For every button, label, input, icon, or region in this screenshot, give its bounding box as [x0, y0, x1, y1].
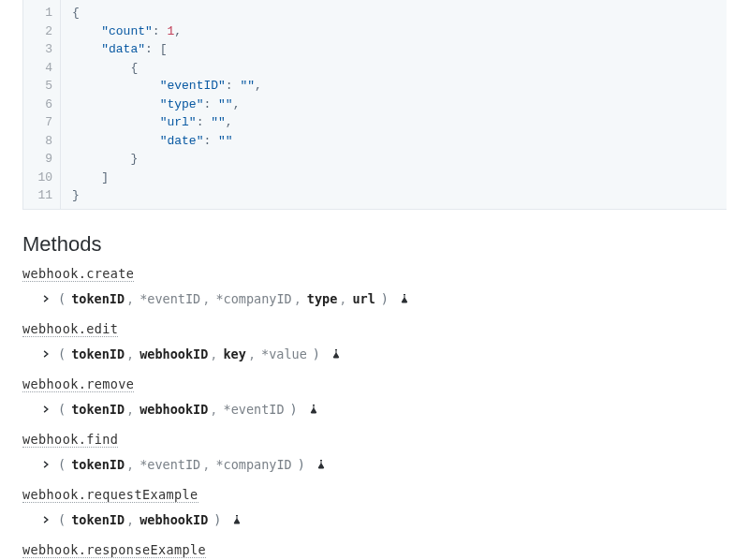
method-name-link[interactable]: webhook.remove	[22, 376, 134, 392]
code-line: }	[72, 186, 262, 205]
code-line: {	[72, 4, 262, 22]
code-line: "url": "",	[72, 113, 262, 132]
optional-star: *	[215, 457, 223, 472]
chevron-right-icon[interactable]	[39, 513, 52, 526]
method: webhook.edit(tokenID, webhookID, key, *v…	[22, 321, 727, 371]
code-body: { "count": 1, "data": [ { "eventID": "",…	[61, 0, 273, 209]
code-line: "type": "",	[72, 96, 262, 114]
chevron-right-icon[interactable]	[39, 458, 52, 471]
method-signature: (tokenID, *eventID, *companyID)	[22, 453, 727, 481]
method: webhook.remove(tokenID, webhookID, *even…	[22, 376, 727, 426]
methods-list: webhook.create(tokenID, *eventID, *compa…	[22, 266, 727, 561]
line-number: 1	[31, 4, 52, 22]
param-optional: *companyID	[215, 291, 291, 306]
paren-open: (	[54, 457, 69, 472]
method: webhook.find(tokenID, *eventID, *company…	[22, 432, 727, 481]
param-separator: ,	[339, 291, 350, 306]
code-line: "data": [	[72, 40, 262, 59]
param-separator: ,	[202, 291, 213, 306]
param-separator: ,	[210, 402, 221, 417]
method-signature: (tokenID, webhookID, key, *value)	[22, 343, 727, 371]
line-number: 9	[31, 150, 52, 169]
param-label: eventID	[147, 457, 200, 472]
line-number: 5	[31, 77, 52, 96]
method-name-link[interactable]: webhook.create	[22, 266, 134, 282]
code-line: "eventID": "",	[72, 77, 262, 96]
code-example: 1234567891011 { "count": 1, "data": [ { …	[22, 0, 727, 210]
flask-icon[interactable]	[307, 403, 320, 416]
param-separator: ,	[126, 402, 138, 417]
method-name-link[interactable]: webhook.edit	[22, 321, 118, 337]
chevron-right-icon[interactable]	[39, 403, 52, 416]
param-required: webhookID	[140, 512, 208, 527]
param-separator: ,	[294, 291, 305, 306]
param-label: value	[269, 346, 307, 361]
param-optional: *value	[261, 346, 307, 361]
param-required: webhookID	[140, 402, 208, 417]
paren-close: )	[377, 291, 392, 306]
method-signature: (tokenID, *eventID, *companyID, type, ur…	[22, 287, 727, 316]
line-number: 4	[31, 59, 52, 78]
param-separator: ,	[202, 457, 213, 472]
method-name-link[interactable]: webhook.requestExample	[22, 487, 198, 503]
param-separator: ,	[210, 346, 221, 361]
paren-close: )	[294, 457, 309, 472]
param-optional: *eventID	[140, 291, 200, 306]
line-number: 3	[31, 40, 52, 59]
param-label: companyID	[224, 291, 292, 306]
optional-star: *	[223, 402, 230, 417]
line-number: 2	[31, 22, 52, 41]
line-number: 11	[31, 186, 52, 205]
paren-open: (	[54, 512, 69, 527]
param-required: tokenID	[71, 457, 125, 472]
param-required: tokenID	[71, 512, 125, 527]
line-number: 10	[31, 169, 52, 187]
code-line: "count": 1,	[72, 22, 262, 41]
param-optional: *companyID	[215, 457, 291, 472]
param-optional: *eventID	[223, 402, 284, 417]
code-gutter: 1234567891011	[23, 0, 61, 209]
line-number: 8	[31, 132, 52, 151]
method-name-link[interactable]: webhook.find	[22, 432, 118, 448]
param-separator: ,	[248, 346, 259, 361]
param-required: tokenID	[71, 402, 125, 417]
code-line: ]	[72, 169, 262, 187]
param-label: eventID	[231, 402, 285, 417]
paren-open: (	[54, 346, 69, 361]
paren-close: )	[286, 402, 301, 417]
optional-star: *	[215, 291, 223, 306]
flask-icon[interactable]	[315, 458, 328, 471]
param-required: tokenID	[71, 346, 125, 361]
flask-icon[interactable]	[230, 513, 243, 526]
param-required: webhookID	[140, 346, 208, 361]
flask-icon[interactable]	[330, 347, 343, 361]
param-required: url	[352, 291, 374, 306]
paren-close: )	[309, 346, 324, 361]
code-line: "date": ""	[72, 132, 262, 151]
method-name-link[interactable]: webhook.responseExample	[22, 542, 206, 558]
method: webhook.responseExample(tokenID, webhook…	[22, 542, 727, 561]
param-label: companyID	[224, 457, 292, 472]
param-separator: ,	[126, 291, 138, 306]
paren-open: (	[54, 291, 69, 306]
methods-heading: Methods	[22, 232, 727, 257]
param-separator: ,	[126, 346, 138, 361]
param-separator: ,	[126, 457, 138, 472]
chevron-right-icon[interactable]	[39, 347, 52, 361]
param-label: eventID	[147, 291, 200, 306]
line-number: 6	[31, 96, 52, 114]
paren-open: (	[54, 402, 69, 417]
param-optional: *eventID	[140, 457, 200, 472]
method: webhook.create(tokenID, *eventID, *compa…	[22, 266, 727, 316]
line-number: 7	[31, 113, 52, 132]
param-required: tokenID	[71, 291, 125, 306]
paren-close: )	[210, 512, 225, 527]
code-line: {	[72, 59, 262, 78]
code-line: }	[72, 150, 262, 169]
flask-icon[interactable]	[398, 292, 411, 305]
param-required: type	[307, 291, 338, 306]
optional-star: *	[261, 346, 269, 361]
method-signature: (tokenID, webhookID, *eventID)	[22, 398, 727, 426]
param-required: key	[223, 346, 245, 361]
chevron-right-icon[interactable]	[39, 292, 52, 305]
